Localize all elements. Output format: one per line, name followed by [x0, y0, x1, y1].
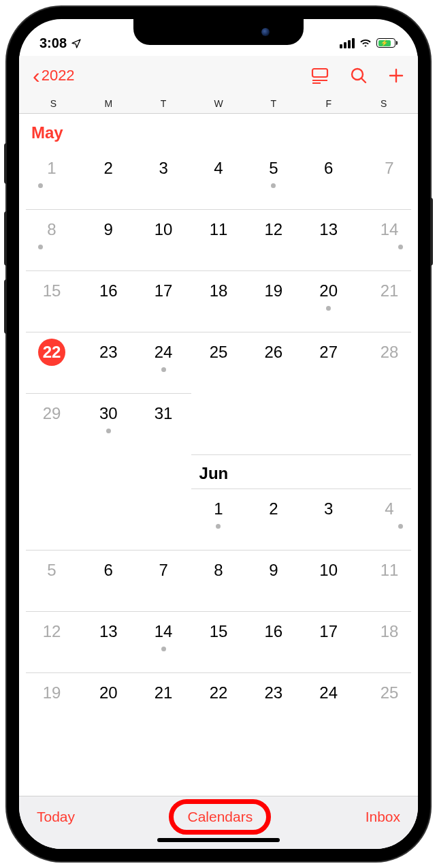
month-label-jun: Jun	[191, 454, 246, 489]
day-cell[interactable]: 29	[26, 393, 81, 454]
day-cell[interactable]: 21	[356, 270, 411, 332]
day-cell[interactable]: 10	[301, 550, 356, 611]
day-cell[interactable]: 25	[191, 332, 246, 393]
day-number: 19	[260, 277, 287, 305]
day-cell[interactable]: 14	[356, 209, 411, 270]
day-cell[interactable]: 23	[246, 672, 301, 708]
day-cell[interactable]: 14	[136, 611, 191, 672]
day-number: 5	[38, 557, 65, 584]
day-cell[interactable]: 2	[246, 489, 301, 550]
day-cell[interactable]: 3	[136, 148, 191, 209]
day-cell[interactable]: 10	[136, 209, 191, 270]
list-view-button[interactable]	[310, 67, 329, 84]
day-cell[interactable]: 12	[246, 209, 301, 270]
svg-rect-0	[312, 69, 327, 77]
day-number: 20	[315, 277, 342, 305]
day-cell[interactable]: 9	[246, 550, 301, 611]
day-cell[interactable]: 24	[136, 332, 191, 393]
calendars-button[interactable]: Calendars	[187, 809, 253, 825]
month-grid-jun: 1234567891011121314151617181920212223242…	[26, 489, 411, 708]
day-cell[interactable]: 21	[136, 672, 191, 708]
event-dot-icon	[271, 183, 276, 188]
day-cell[interactable]: 17	[301, 611, 356, 672]
day-cell[interactable]: 7	[356, 148, 411, 209]
week-row: 567891011	[26, 550, 411, 611]
device-frame: 3:08 ⚡	[7, 7, 430, 861]
day-cell[interactable]: 5	[26, 550, 81, 611]
day-cell[interactable]: 6	[81, 550, 136, 611]
day-number: 3	[150, 155, 177, 182]
back-button[interactable]: ‹ 2022	[33, 65, 75, 87]
day-number: 8	[38, 216, 65, 243]
day-cell[interactable]: 30	[81, 393, 136, 454]
day-cell[interactable]: 7	[136, 550, 191, 611]
day-cell[interactable]: 17	[136, 270, 191, 332]
day-number: 22	[205, 679, 232, 707]
day-cell[interactable]: 15	[191, 611, 246, 672]
day-cell[interactable]: 27	[301, 332, 356, 393]
day-cell[interactable]: 18	[191, 270, 246, 332]
day-cell[interactable]: 2	[81, 148, 136, 209]
day-cell[interactable]: 25	[356, 672, 411, 708]
day-cell[interactable]: 13	[301, 209, 356, 270]
day-cell[interactable]: 11	[356, 550, 411, 611]
day-cell[interactable]: 23	[81, 332, 136, 393]
day-cell[interactable]: 20	[301, 270, 356, 332]
week-row: 1234	[26, 489, 411, 550]
day-cell[interactable]: 8	[26, 209, 81, 270]
week-row: 293031	[26, 393, 411, 454]
inbox-button[interactable]: Inbox	[366, 809, 400, 825]
day-cell[interactable]: 6	[301, 148, 356, 209]
day-cell[interactable]: 4	[356, 489, 411, 550]
home-indicator[interactable]	[157, 838, 280, 842]
day-cell	[136, 489, 191, 550]
day-cell[interactable]: 11	[191, 209, 246, 270]
day-number: 5	[260, 155, 287, 182]
day-number: 3	[315, 495, 342, 523]
event-dot-icon	[161, 647, 166, 651]
day-number: 23	[95, 339, 122, 366]
day-cell[interactable]: 9	[81, 209, 136, 270]
day-cell[interactable]: 19	[26, 672, 81, 708]
chevron-left-icon: ‹	[33, 65, 40, 87]
day-cell[interactable]: 20	[81, 672, 136, 708]
add-button[interactable]	[388, 67, 404, 84]
day-cell[interactable]: 1	[26, 148, 81, 209]
search-button[interactable]	[350, 67, 368, 84]
event-dot-icon	[326, 306, 331, 311]
day-cell[interactable]: 16	[246, 611, 301, 672]
day-number: 22	[38, 339, 65, 366]
day-cell[interactable]: 13	[81, 611, 136, 672]
event-dot-icon	[398, 524, 403, 529]
day-cell[interactable]: 22	[191, 672, 246, 708]
day-cell[interactable]: 16	[81, 270, 136, 332]
day-number: 24	[315, 679, 342, 707]
day-cell[interactable]: 15	[26, 270, 81, 332]
weekday-label: S	[356, 98, 411, 109]
day-number: 26	[260, 339, 287, 366]
day-cell[interactable]: 28	[356, 332, 411, 393]
day-cell[interactable]: 22	[26, 332, 81, 393]
day-cell[interactable]: 31	[136, 393, 191, 454]
day-cell[interactable]: 12	[26, 611, 81, 672]
day-number: 11	[205, 216, 232, 243]
day-cell[interactable]: 5	[246, 148, 301, 209]
day-cell[interactable]: 24	[301, 672, 356, 708]
day-cell[interactable]: 18	[356, 611, 411, 672]
day-number: 16	[260, 618, 287, 645]
day-cell[interactable]: 3	[301, 489, 356, 550]
day-cell[interactable]: 19	[246, 270, 301, 332]
day-number: 1	[205, 495, 232, 523]
week-row: 22232425262728	[26, 332, 411, 393]
day-number: 14	[150, 618, 177, 645]
event-dot-icon	[38, 183, 43, 188]
calendar-scroll[interactable]: May 123456789101112131415161718192021222…	[19, 114, 418, 796]
day-cell[interactable]: 8	[191, 550, 246, 611]
weekday-label: T	[246, 98, 301, 109]
svg-line-4	[361, 78, 366, 82]
day-cell[interactable]: 26	[246, 332, 301, 393]
today-button[interactable]: Today	[37, 809, 75, 825]
day-cell[interactable]: 1	[191, 489, 246, 550]
day-number: 4	[376, 495, 403, 523]
day-cell[interactable]: 4	[191, 148, 246, 209]
